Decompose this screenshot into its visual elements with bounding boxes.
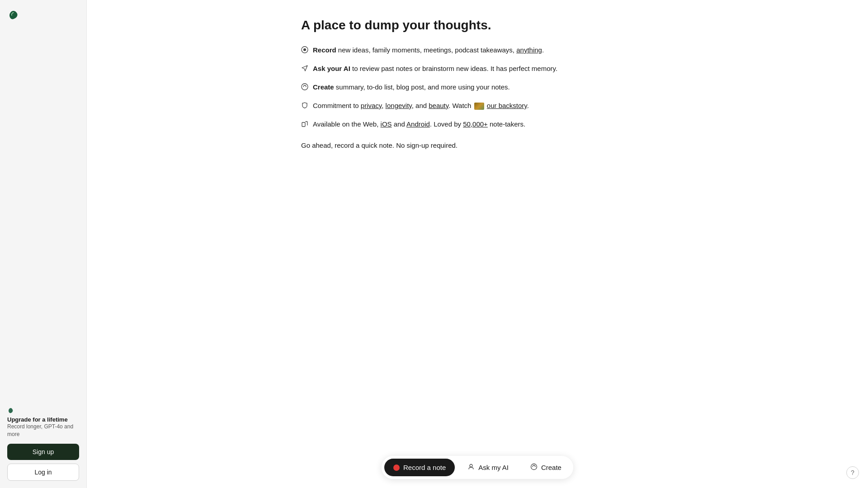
create-button-label: Create [541, 464, 561, 471]
upgrade-description: Record longer, GPT-4o and more [7, 423, 79, 438]
feature-ask-ai-text: Ask your AI to review past notes or brai… [313, 64, 557, 74]
feature-ask-ai: Ask your AI to review past notes or brai… [301, 64, 654, 75]
svg-point-2 [302, 84, 308, 90]
svg-point-1 [303, 48, 306, 51]
svg-point-4 [470, 465, 472, 467]
backstory-link[interactable]: our backstory [487, 102, 527, 109]
upgrade-logo-icon [7, 407, 14, 414]
feature-privacy-text: Commitment to privacy, longevity, and be… [313, 101, 529, 111]
sidebar-bottom: Upgrade for a lifetime Record longer, GP… [0, 400, 86, 488]
ios-link[interactable]: iOS [381, 120, 392, 128]
logo-container [0, 0, 86, 33]
content-area: A place to dump your thoughts. Record ne… [274, 0, 681, 488]
record-note-label: Record a note [403, 464, 446, 471]
feature-record-text: Record new ideas, family moments, meetin… [313, 45, 544, 56]
signup-button[interactable]: Sign up [7, 444, 79, 460]
feature-platforms-text: Available on the Web, iOS and Android. L… [313, 119, 525, 130]
ask-ai-label: Ask my AI [478, 464, 509, 471]
send-icon [301, 64, 308, 75]
feature-record: Record new ideas, family moments, meetin… [301, 45, 654, 56]
record-note-button[interactable]: Record a note [384, 459, 455, 476]
platforms-icon [301, 120, 308, 131]
bottom-actions-container: Record a note Ask my AI [382, 456, 573, 479]
sidebar: Upgrade for a lifetime Record longer, GP… [0, 0, 87, 488]
anything-link[interactable]: anything [516, 46, 542, 54]
android-link[interactable]: Android [406, 120, 430, 128]
ask-ai-icon [467, 463, 475, 472]
feature-list: Record new ideas, family moments, meetin… [301, 45, 654, 131]
privacy-link[interactable]: privacy [361, 102, 382, 109]
feature-privacy: Commitment to privacy, longevity, and be… [301, 101, 654, 112]
ask-ai-button[interactable]: Ask my AI [458, 459, 518, 476]
feature-platforms: Available on the Web, iOS and Android. L… [301, 119, 654, 131]
page-title: A place to dump your thoughts. [301, 18, 654, 33]
create-button[interactable]: Create [521, 459, 571, 476]
feature-create-text: Create summary, to-do list, blog post, a… [313, 82, 510, 93]
feature-create: Create summary, to-do list, blog post, a… [301, 82, 654, 94]
longevity-link[interactable]: longevity [386, 102, 412, 109]
beauty-link[interactable]: beauty [429, 102, 448, 109]
privacy-icon [301, 101, 308, 112]
tagline: Go ahead, record a quick note. No sign-u… [301, 141, 654, 149]
create-button-icon [530, 463, 538, 472]
help-icon: ? [851, 469, 854, 476]
app-logo-icon [7, 9, 20, 22]
svg-rect-3 [302, 122, 305, 127]
upgrade-card: Upgrade for a lifetime Record longer, GP… [7, 407, 79, 438]
users-count-link[interactable]: 50,000+ [463, 120, 488, 128]
backstory-thumbnail [474, 103, 484, 110]
record-dot-icon [393, 465, 400, 471]
help-button[interactable]: ? [846, 466, 859, 479]
upgrade-title: Upgrade for a lifetime [7, 416, 79, 423]
main-content: A place to dump your thoughts. Record ne… [87, 0, 868, 488]
upgrade-icon-row [7, 407, 79, 414]
login-button[interactable]: Log in [7, 464, 79, 481]
record-circle-icon [301, 46, 308, 56]
create-icon [301, 83, 308, 94]
